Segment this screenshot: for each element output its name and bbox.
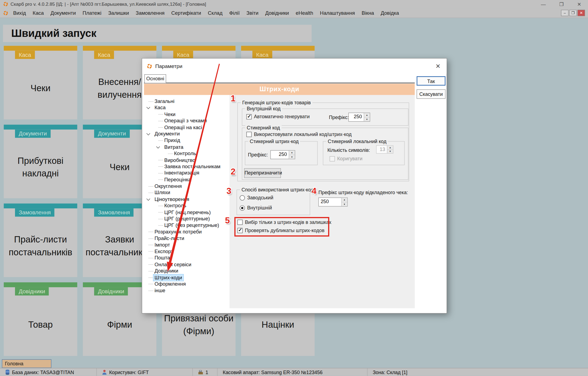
- menu-item[interactable]: Платежі: [79, 8, 105, 17]
- tree-item[interactable]: Онлайн сервіси: [144, 261, 230, 268]
- sticker-prefix-spinner[interactable]: 250: [270, 150, 295, 159]
- user-icon: [102, 369, 107, 375]
- spinner-up-icon: [387, 146, 393, 150]
- menu-item[interactable]: Вікна: [358, 8, 377, 17]
- tree-item[interactable]: Округлення: [144, 183, 230, 190]
- menu-item[interactable]: Замовлення: [132, 8, 168, 17]
- tree-item[interactable]: Заявка постачальникам: [144, 163, 230, 170]
- factory-radio[interactable]: [240, 195, 245, 200]
- tree-item[interactable]: Ціноутворення: [144, 196, 230, 203]
- tree-item[interactable]: Імпорт: [144, 242, 230, 248]
- tree-item[interactable]: Розрахунок потреби: [144, 229, 230, 235]
- menu-item[interactable]: Налаштування: [317, 8, 358, 17]
- spinner-up-icon[interactable]: [342, 198, 347, 202]
- tile-category-bar: [4, 125, 77, 130]
- tree-item-label: Виробництво: [164, 157, 195, 163]
- menu-item[interactable]: Філії: [226, 8, 243, 17]
- menu-item[interactable]: Залишки: [105, 8, 132, 17]
- deferred-prefix-spinner[interactable]: 250: [318, 197, 347, 206]
- checkbox-label: Використовувати локальний код/штрих-код: [254, 131, 352, 137]
- quick-launch-tile[interactable]: Документи Прибуткові накладні: [4, 125, 77, 199]
- tree-item[interactable]: Оформлення: [144, 281, 230, 287]
- tree-item-label: Операції на касі: [164, 124, 202, 131]
- tile-category-bar: [83, 46, 157, 51]
- tree-item[interactable]: Каса: [144, 105, 230, 111]
- use-local-code-checkbox[interactable]: [246, 132, 251, 137]
- auto-generate-checkbox[interactable]: [246, 114, 251, 119]
- tree-item[interactable]: Операції на касі: [144, 124, 230, 131]
- spinner-up-icon[interactable]: [364, 113, 370, 117]
- reassign-button[interactable]: Перепризначити: [244, 168, 281, 178]
- tree-item-label: Штрих-коди: [153, 274, 183, 281]
- group-title: Спосіб використання штрих-коду: [240, 187, 318, 193]
- tree-item-label: Переоцінка: [164, 176, 191, 183]
- tab-osnovni[interactable]: Основні: [144, 74, 166, 83]
- auto-generate-row: Автоматично генерувати: [246, 114, 310, 120]
- quick-launch-tile[interactable]: Довідники Товар: [4, 282, 77, 356]
- menu-item[interactable]: Вихід: [10, 8, 29, 17]
- tile-category-chip: Довідники: [15, 287, 49, 295]
- menu-item[interactable]: Документи: [47, 8, 79, 17]
- window-title-bar: Скарб pro v. 4.0.2.85 [ІД: | - [Апт №003…: [0, 0, 588, 8]
- tree-item[interactable]: Витрата: [144, 144, 230, 150]
- tree-item[interactable]: Операції з чеками: [144, 118, 230, 124]
- tree-item[interactable]: Прихід: [144, 137, 230, 144]
- tree-item[interactable]: Штрих-коди: [144, 274, 230, 281]
- tab-holovna[interactable]: Головна: [2, 359, 52, 368]
- menu-item[interactable]: Довідники: [262, 8, 292, 17]
- mdi-minimize-icon[interactable]: –: [561, 10, 569, 16]
- prefix-spinner[interactable]: 250: [348, 113, 370, 122]
- tree-connector: [149, 232, 154, 232]
- status-bar: База даних: TASA3@TITAN Користувач: GIFT…: [0, 368, 588, 376]
- tree-item[interactable]: Чеки: [144, 111, 230, 118]
- spinner-down-icon[interactable]: [289, 155, 295, 159]
- tree-item[interactable]: Шляхи: [144, 190, 230, 196]
- tree-item[interactable]: ЦРГ (без рецептурные): [144, 222, 230, 229]
- tree-item-label: ЦРГ (без рецептурные): [164, 222, 219, 229]
- tree-item[interactable]: Довідники: [144, 268, 230, 274]
- tree-connector: [158, 121, 163, 121]
- tree-item[interactable]: Виробництво: [144, 157, 230, 163]
- group-title: Внутрішній код: [245, 106, 282, 112]
- tree-item[interactable]: Експорт: [144, 248, 230, 255]
- quick-launch-tile[interactable]: Замовлення Прайс-листи постачальників: [4, 203, 77, 277]
- cancel-button[interactable]: Скасувати: [417, 89, 446, 99]
- mdi-close-icon[interactable]: ✕: [578, 10, 585, 16]
- tile-category-chip: Каса: [173, 51, 193, 59]
- tree-item[interactable]: Документи: [144, 131, 230, 137]
- tree-item[interactable]: інше: [144, 287, 230, 294]
- tree-item[interactable]: Прайс-листи: [144, 235, 230, 242]
- tree-item[interactable]: Загальні: [144, 98, 230, 105]
- tree-item[interactable]: Інвентаризація: [144, 170, 230, 176]
- maximize-icon[interactable]: ❐: [559, 1, 564, 7]
- spinner-up-icon[interactable]: [289, 150, 295, 155]
- tree-item[interactable]: ЦРГ (рецептурные): [144, 215, 230, 222]
- menu-item[interactable]: Каса: [29, 8, 47, 17]
- quick-launch-tile[interactable]: Каса Чеки: [4, 46, 77, 120]
- menu-item[interactable]: Сертифікати: [168, 8, 205, 17]
- annotation-number: 2: [231, 167, 236, 177]
- tree-item[interactable]: ЦРГ (нац.перечень): [144, 209, 230, 215]
- spinner-down-icon[interactable]: [364, 117, 370, 121]
- mdi-restore-icon[interactable]: ❐: [569, 10, 577, 16]
- ok-button[interactable]: Так: [417, 76, 446, 85]
- tree-item[interactable]: Контроль: [144, 150, 230, 157]
- app-logo-icon: [147, 63, 152, 69]
- spinner-down-icon[interactable]: [342, 202, 347, 206]
- tree-item[interactable]: Переоцінка: [144, 176, 230, 183]
- tree-connector: [158, 167, 163, 167]
- prefix-label: Префікс:: [248, 152, 268, 158]
- tree-item[interactable]: Контроль: [144, 202, 230, 209]
- spinner-value: 13: [377, 146, 387, 153]
- tree-item-label: Ціноутворення: [155, 196, 189, 203]
- settings-tree: Загальні Каса Чеки Операції з чеками Опе…: [144, 95, 230, 308]
- dialog-close-icon[interactable]: ✕: [434, 63, 442, 70]
- menu-item[interactable]: Довідка: [377, 8, 403, 17]
- menu-item[interactable]: Звіти: [243, 8, 262, 17]
- minimize-icon[interactable]: —: [541, 1, 546, 7]
- close-icon[interactable]: ✕: [577, 1, 581, 7]
- menu-item[interactable]: Склад: [205, 8, 226, 17]
- tree-item[interactable]: Пошта: [144, 255, 230, 261]
- menu-item[interactable]: eHealth: [292, 8, 317, 17]
- internal-radio[interactable]: [240, 205, 245, 210]
